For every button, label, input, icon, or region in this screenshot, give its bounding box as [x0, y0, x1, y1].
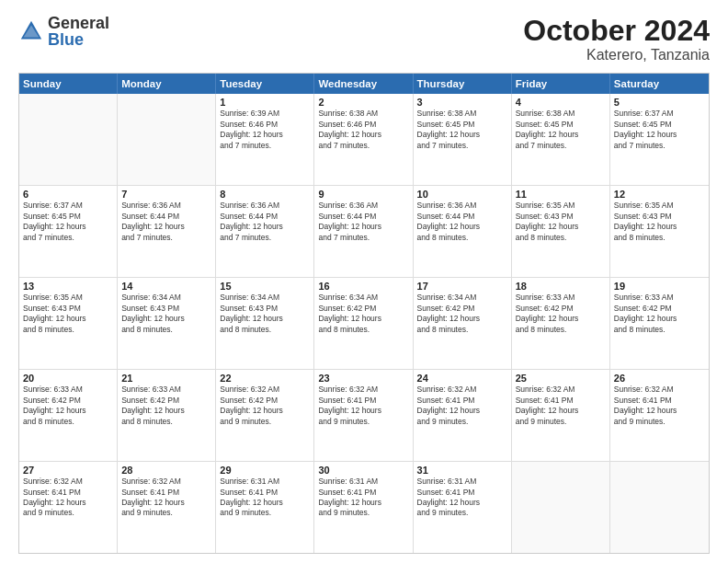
header-day-tuesday: Tuesday: [216, 74, 314, 94]
calendar-row-1: 1Sunrise: 6:39 AM Sunset: 6:46 PM Daylig…: [19, 94, 709, 186]
day-cell-11: 11Sunrise: 6:35 AM Sunset: 6:43 PM Dayli…: [512, 186, 610, 277]
day-number: 16: [318, 281, 408, 292]
day-number: 21: [121, 373, 211, 384]
day-info: Sunrise: 6:38 AM Sunset: 6:46 PM Dayligh…: [318, 109, 408, 151]
day-cell-7: 7Sunrise: 6:36 AM Sunset: 6:44 PM Daylig…: [118, 186, 216, 277]
logo-icon: [18, 18, 44, 44]
header: General Blue October 2024 Katerero, Tanz…: [18, 15, 710, 63]
day-cell-12: 12Sunrise: 6:35 AM Sunset: 6:43 PM Dayli…: [610, 186, 709, 277]
logo-general-text: General: [48, 15, 109, 31]
day-info: Sunrise: 6:36 AM Sunset: 6:44 PM Dayligh…: [121, 201, 211, 243]
day-cell-5: 5Sunrise: 6:37 AM Sunset: 6:45 PM Daylig…: [610, 94, 709, 185]
day-number: 2: [318, 97, 408, 108]
day-cell-30: 30Sunrise: 6:31 AM Sunset: 6:41 PM Dayli…: [314, 462, 413, 553]
day-cell-4: 4Sunrise: 6:38 AM Sunset: 6:45 PM Daylig…: [512, 94, 610, 185]
empty-cell: [610, 462, 709, 553]
day-cell-15: 15Sunrise: 6:34 AM Sunset: 6:43 PM Dayli…: [216, 278, 314, 369]
day-number: 9: [318, 189, 408, 200]
day-info: Sunrise: 6:35 AM Sunset: 6:43 PM Dayligh…: [23, 293, 113, 335]
day-info: Sunrise: 6:31 AM Sunset: 6:41 PM Dayligh…: [417, 477, 507, 519]
day-cell-8: 8Sunrise: 6:36 AM Sunset: 6:44 PM Daylig…: [216, 186, 314, 277]
day-number: 3: [417, 97, 507, 108]
day-info: Sunrise: 6:34 AM Sunset: 6:42 PM Dayligh…: [417, 293, 507, 335]
day-cell-27: 27Sunrise: 6:32 AM Sunset: 6:41 PM Dayli…: [19, 462, 118, 553]
day-cell-31: 31Sunrise: 6:31 AM Sunset: 6:41 PM Dayli…: [414, 462, 512, 553]
day-number: 4: [516, 97, 606, 108]
day-number: 13: [23, 281, 113, 292]
calendar-row-4: 20Sunrise: 6:33 AM Sunset: 6:42 PM Dayli…: [19, 370, 709, 462]
day-number: 1: [220, 97, 310, 108]
day-number: 15: [220, 281, 310, 292]
day-info: Sunrise: 6:32 AM Sunset: 6:41 PM Dayligh…: [516, 385, 606, 427]
calendar-header: SundayMondayTuesdayWednesdayThursdayFrid…: [19, 74, 709, 94]
day-info: Sunrise: 6:33 AM Sunset: 6:42 PM Dayligh…: [23, 385, 113, 427]
day-cell-26: 26Sunrise: 6:32 AM Sunset: 6:41 PM Dayli…: [610, 370, 709, 461]
day-info: Sunrise: 6:33 AM Sunset: 6:42 PM Dayligh…: [121, 385, 211, 427]
day-number: 27: [23, 465, 113, 476]
header-day-friday: Friday: [512, 74, 610, 94]
day-info: Sunrise: 6:34 AM Sunset: 6:43 PM Dayligh…: [121, 293, 211, 335]
day-number: 14: [121, 281, 211, 292]
header-day-sunday: Sunday: [19, 74, 118, 94]
day-number: 22: [220, 373, 310, 384]
day-number: 5: [614, 97, 705, 108]
title-block: October 2024 Katerero, Tanzania: [523, 15, 710, 63]
calendar-row-2: 6Sunrise: 6:37 AM Sunset: 6:45 PM Daylig…: [19, 186, 709, 278]
day-info: Sunrise: 6:32 AM Sunset: 6:41 PM Dayligh…: [121, 477, 211, 519]
day-number: 19: [614, 281, 705, 292]
day-cell-9: 9Sunrise: 6:36 AM Sunset: 6:44 PM Daylig…: [314, 186, 413, 277]
day-number: 23: [318, 373, 408, 384]
location-title: Katerero, Tanzania: [523, 47, 710, 63]
day-info: Sunrise: 6:31 AM Sunset: 6:41 PM Dayligh…: [318, 477, 408, 519]
day-cell-17: 17Sunrise: 6:34 AM Sunset: 6:42 PM Dayli…: [414, 278, 512, 369]
day-cell-2: 2Sunrise: 6:38 AM Sunset: 6:46 PM Daylig…: [314, 94, 413, 185]
day-number: 6: [23, 189, 113, 200]
day-info: Sunrise: 6:35 AM Sunset: 6:43 PM Dayligh…: [614, 201, 705, 243]
day-cell-18: 18Sunrise: 6:33 AM Sunset: 6:42 PM Dayli…: [512, 278, 610, 369]
day-info: Sunrise: 6:37 AM Sunset: 6:45 PM Dayligh…: [23, 201, 113, 243]
day-cell-28: 28Sunrise: 6:32 AM Sunset: 6:41 PM Dayli…: [118, 462, 216, 553]
day-info: Sunrise: 6:32 AM Sunset: 6:42 PM Dayligh…: [220, 385, 310, 427]
day-number: 12: [614, 189, 705, 200]
day-number: 26: [614, 373, 705, 384]
day-info: Sunrise: 6:39 AM Sunset: 6:46 PM Dayligh…: [220, 109, 310, 151]
empty-cell: [512, 462, 610, 553]
day-cell-29: 29Sunrise: 6:31 AM Sunset: 6:41 PM Dayli…: [216, 462, 314, 553]
calendar-row-3: 13Sunrise: 6:35 AM Sunset: 6:43 PM Dayli…: [19, 278, 709, 370]
day-number: 18: [516, 281, 606, 292]
day-cell-21: 21Sunrise: 6:33 AM Sunset: 6:42 PM Dayli…: [118, 370, 216, 461]
day-number: 10: [417, 189, 507, 200]
day-info: Sunrise: 6:34 AM Sunset: 6:43 PM Dayligh…: [220, 293, 310, 335]
logo-text: General Blue: [48, 15, 109, 48]
day-info: Sunrise: 6:32 AM Sunset: 6:41 PM Dayligh…: [614, 385, 705, 427]
logo: General Blue: [18, 15, 109, 48]
header-day-thursday: Thursday: [414, 74, 512, 94]
day-info: Sunrise: 6:32 AM Sunset: 6:41 PM Dayligh…: [318, 385, 408, 427]
header-day-wednesday: Wednesday: [314, 74, 413, 94]
day-info: Sunrise: 6:36 AM Sunset: 6:44 PM Dayligh…: [417, 201, 507, 243]
empty-cell: [19, 94, 118, 185]
day-info: Sunrise: 6:36 AM Sunset: 6:44 PM Dayligh…: [318, 201, 408, 243]
day-cell-6: 6Sunrise: 6:37 AM Sunset: 6:45 PM Daylig…: [19, 186, 118, 277]
day-number: 29: [220, 465, 310, 476]
day-cell-25: 25Sunrise: 6:32 AM Sunset: 6:41 PM Dayli…: [512, 370, 610, 461]
day-number: 30: [318, 465, 408, 476]
day-info: Sunrise: 6:35 AM Sunset: 6:43 PM Dayligh…: [516, 201, 606, 243]
day-cell-16: 16Sunrise: 6:34 AM Sunset: 6:42 PM Dayli…: [314, 278, 413, 369]
day-number: 28: [121, 465, 211, 476]
calendar-body: 1Sunrise: 6:39 AM Sunset: 6:46 PM Daylig…: [19, 94, 709, 553]
day-number: 25: [516, 373, 606, 384]
day-cell-1: 1Sunrise: 6:39 AM Sunset: 6:46 PM Daylig…: [216, 94, 314, 185]
day-number: 7: [121, 189, 211, 200]
day-info: Sunrise: 6:31 AM Sunset: 6:41 PM Dayligh…: [220, 477, 310, 519]
calendar-row-5: 27Sunrise: 6:32 AM Sunset: 6:41 PM Dayli…: [19, 462, 709, 553]
day-cell-24: 24Sunrise: 6:32 AM Sunset: 6:41 PM Dayli…: [414, 370, 512, 461]
day-info: Sunrise: 6:36 AM Sunset: 6:44 PM Dayligh…: [220, 201, 310, 243]
day-number: 31: [417, 465, 507, 476]
day-cell-3: 3Sunrise: 6:38 AM Sunset: 6:45 PM Daylig…: [414, 94, 512, 185]
page: General Blue October 2024 Katerero, Tanz…: [0, 0, 728, 563]
header-day-saturday: Saturday: [610, 74, 709, 94]
empty-cell: [118, 94, 216, 185]
day-info: Sunrise: 6:32 AM Sunset: 6:41 PM Dayligh…: [417, 385, 507, 427]
header-day-monday: Monday: [118, 74, 216, 94]
